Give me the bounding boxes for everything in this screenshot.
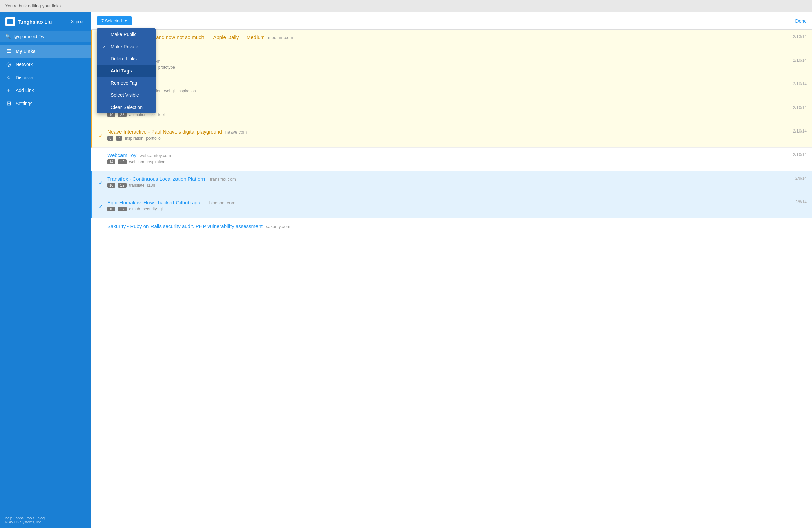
link-row: ...ping Tool framerjs.com on mobile java… xyxy=(107,58,807,70)
dropdown-item-label: Clear Selection xyxy=(111,105,143,110)
link-item: ✓ Keyframer alexberg.in 10 23 animation … xyxy=(91,101,812,124)
link-tag: i18n xyxy=(147,183,155,188)
search-bar[interactable]: 🔍 @sparanoid #w xyxy=(0,31,91,42)
dropdown-arrow-icon: ▼ xyxy=(124,19,127,22)
sidebar-item-label: My Links xyxy=(16,48,36,54)
link-tag: git xyxy=(160,207,164,211)
link-title[interactable]: Neave Interactive - Paul Neave's digital… xyxy=(107,129,222,135)
username: Tunghsiao Liu xyxy=(17,19,52,25)
main-content: 7 Selected ▼ Make Public ✓ Make Private … xyxy=(91,12,812,528)
link-item: ✓ ...at Apple really bad, and now not so… xyxy=(91,30,812,53)
dropdown-make-private[interactable]: ✓ Make Private xyxy=(97,41,156,52)
link-title[interactable]: Egor Homakov: How I hacked Github again. xyxy=(107,200,206,205)
link-tag-num: 17 xyxy=(118,207,126,211)
link-meta: 10 17 github security git xyxy=(107,207,796,211)
link-tag: translate xyxy=(129,183,145,188)
link-checkbox[interactable] xyxy=(96,156,103,163)
link-title[interactable]: Webcam Toy xyxy=(107,152,136,158)
my-links-icon: ☰ xyxy=(5,48,12,54)
dropdown-delete-links[interactable]: Delete Links xyxy=(97,52,156,65)
link-checkbox[interactable]: ✓ xyxy=(97,133,104,139)
links-list: ✓ ...at Apple really bad, and now not so… xyxy=(91,30,812,528)
link-date: 2/10/14 xyxy=(793,81,807,86)
sidebar-item-settings[interactable]: ⊟ Settings xyxy=(0,97,91,110)
sidebar-item-network[interactable]: ◎ Network xyxy=(0,58,91,71)
dropdown-item-label: Select Visible xyxy=(111,92,139,98)
link-domain: neave.com xyxy=(226,130,247,135)
dropdown-clear-selection[interactable]: Clear Selection xyxy=(97,101,156,113)
link-tag: portfolio xyxy=(146,136,161,140)
link-item: ✓ Neave Interactive - Paul Neave's digit… xyxy=(91,124,812,148)
link-tag: github xyxy=(129,207,141,211)
link-title[interactable]: Sakurity - Ruby on Rails security audit.… xyxy=(107,223,263,229)
link-row: Neave Interactive - Paul Neave's digital… xyxy=(107,129,807,140)
dropdown-item-label: Make Private xyxy=(111,44,139,49)
footer-help-link[interactable]: help xyxy=(5,516,13,520)
selected-dropdown-button[interactable]: 7 Selected ▼ xyxy=(97,16,132,25)
check-icon: ✓ xyxy=(99,204,103,209)
logo-square xyxy=(8,19,13,24)
dropdown-make-public[interactable]: Make Public xyxy=(97,28,156,41)
link-domain: sakurity.com xyxy=(266,224,290,229)
sidebar-item-my-links[interactable]: ☰ My Links xyxy=(0,45,91,58)
done-button[interactable]: Done xyxy=(796,18,807,24)
link-item: Sakurity - Ruby on Rails security audit.… xyxy=(91,218,812,242)
link-row: Transifex - Continuous Localization Plat… xyxy=(107,176,807,188)
link-meta: article xyxy=(107,42,793,46)
link-tag: tool xyxy=(158,112,165,117)
sidebar-item-label: Settings xyxy=(16,101,33,106)
link-tag: inspiration xyxy=(177,89,196,93)
link-tag-num: 5 xyxy=(107,136,113,140)
link-tag-num: 15 xyxy=(118,160,126,164)
dropdown-item-label: Make Public xyxy=(111,32,136,37)
settings-icon: ⊟ xyxy=(5,100,12,107)
network-icon: ◎ xyxy=(5,61,12,67)
link-item: ✓ ...ping Tool framerjs.com on mobile ja… xyxy=(91,53,812,77)
link-date: 2/10/14 xyxy=(793,152,807,157)
footer-tools-link[interactable]: tools xyxy=(27,516,34,520)
footer-blog-link[interactable]: blog xyxy=(38,516,45,520)
dropdown-add-tags[interactable]: Add Tags xyxy=(97,65,156,77)
link-date: 2/10/14 xyxy=(793,58,807,63)
link-date: 2/10/14 xyxy=(793,105,807,110)
footer-apps-link[interactable]: apps xyxy=(16,516,24,520)
sidebar-nav: ☰ My Links ◎ Network ☆ Discover + Add Li… xyxy=(0,42,91,112)
link-date: 2/8/14 xyxy=(796,200,807,204)
link-row: Keyframer alexberg.in 10 23 animation cs… xyxy=(107,105,807,117)
link-tag-num: 12 xyxy=(118,183,126,188)
check-icon: ✓ xyxy=(99,180,103,186)
discover-icon: ☆ xyxy=(5,74,12,80)
link-title[interactable]: Transifex - Continuous Localization Plat… xyxy=(107,176,206,182)
link-row: ...at Apple really bad, and now not so m… xyxy=(107,34,807,46)
dropdown-item-label: Delete Links xyxy=(111,56,137,61)
link-domain: transifex.com xyxy=(210,177,236,182)
toolbar: 7 Selected ▼ Make Public ✓ Make Private … xyxy=(91,12,812,30)
link-tag-num: 10 xyxy=(107,183,115,188)
link-checkbox[interactable]: ✓ xyxy=(97,203,104,210)
add-link-icon: + xyxy=(5,87,12,93)
link-item: ✓ Egor Homakov: How I hacked Github agai… xyxy=(91,195,812,218)
link-item: ✓ Transifex - Continuous Localization Pl… xyxy=(91,171,812,195)
link-date: 2/13/14 xyxy=(793,34,807,39)
sidebar: Tunghsiao Liu Sign out 🔍 @sparanoid #w ☰… xyxy=(0,12,91,528)
sidebar-item-discover[interactable]: ☆ Discover xyxy=(0,71,91,84)
sidebar-header: Tunghsiao Liu Sign out xyxy=(0,12,91,31)
sidebar-item-add-link[interactable]: + Add Link xyxy=(0,84,91,97)
link-tag: prototype xyxy=(158,65,175,70)
link-row: Sakurity - Ruby on Rails security audit.… xyxy=(107,223,807,229)
link-checkbox[interactable]: ✓ xyxy=(97,180,104,186)
sidebar-item-label: Discover xyxy=(16,75,34,80)
link-tag: webcam xyxy=(129,160,144,164)
dropdown-select-visible[interactable]: Select Visible xyxy=(97,89,156,101)
dropdown-item-label: Add Tags xyxy=(111,68,132,74)
link-domain: webcamtoy.com xyxy=(140,153,171,158)
link-checkbox[interactable] xyxy=(96,227,103,233)
check-icon: ✓ xyxy=(99,133,103,139)
link-tag: inspiration xyxy=(125,136,143,140)
sign-out-button[interactable]: Sign out xyxy=(71,19,86,24)
link-date: 2/9/14 xyxy=(796,176,807,181)
link-row: Egor Homakov: How I hacked Github again.… xyxy=(107,200,807,211)
dropdown-remove-tag[interactable]: Remove Tag xyxy=(97,77,156,89)
link-tag: security xyxy=(143,207,157,211)
link-item: ✓ ...m on soleilnoir.net 9 13 parallax a… xyxy=(91,77,812,101)
